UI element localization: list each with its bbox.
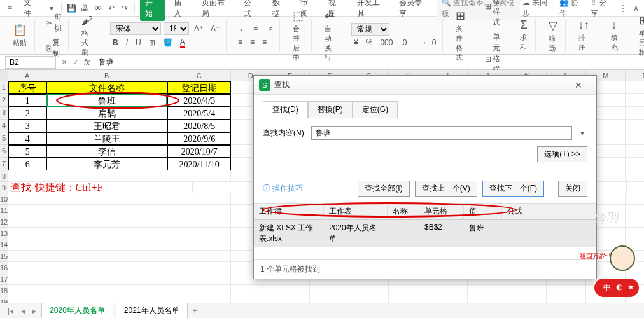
cell[interactable]: 李信 [46,145,167,158]
tab-insert[interactable]: 插入 [169,0,193,21]
tab-member[interactable]: 会员专享 [394,0,433,21]
cell[interactable]: 2020/10/7 [167,145,231,158]
print-icon[interactable]: 🖶 [80,3,90,13]
table-style-button[interactable]: ⊞ 表格样式 [482,0,503,29]
align-mid-icon[interactable]: ≡ [251,24,260,35]
cell[interactable] [46,285,167,296]
cell[interactable] [46,193,167,205]
cell[interactable] [626,94,644,107]
cell[interactable] [626,205,644,216]
cell[interactable] [626,216,644,228]
row-header[interactable]: 12 [0,216,8,228]
fill-button[interactable]: ↓填充 [607,17,622,53]
cell[interactable] [8,239,46,251]
underline-button[interactable]: U [133,37,144,48]
cell[interactable]: 鲁班 [46,94,167,107]
cell[interactable] [468,285,507,296]
dialog-tab-goto[interactable]: 定位(G) [353,101,398,118]
more-icon[interactable]: ⋮ [619,4,627,13]
cell[interactable]: 兰陵王 [46,132,167,145]
sheet-tab-1[interactable]: 2020年人员名单 [41,303,113,319]
find-all-button[interactable]: 查找全部(I) [358,181,409,197]
paste-button[interactable]: 📋粘贴 [9,22,31,49]
cell[interactable] [270,285,310,296]
cell[interactable] [167,205,231,216]
share-button[interactable]: ⇪ 分享 [591,0,613,19]
row-header[interactable]: 7 [0,158,8,170]
cell[interactable]: 2020/5/4 [167,107,231,120]
inc-font-icon[interactable]: A⁺ [192,23,206,34]
tab-layout[interactable]: 页面布局 [197,0,235,21]
cell[interactable] [8,273,46,285]
tab-data[interactable]: 数据 [267,0,291,21]
mascot[interactable]: 中◐★ [594,257,639,301]
close-icon[interactable]: ✕ [566,80,591,90]
column-header[interactable]: N [626,70,644,81]
cell[interactable] [389,285,428,296]
cell[interactable]: 2020/11/10 [167,158,231,170]
cell[interactable] [46,216,167,228]
cell[interactable]: 4 [8,132,46,145]
cell[interactable] [231,285,270,296]
row-header[interactable]: 14 [0,239,8,251]
wrap-button[interactable]: ↩自动换行 [321,8,338,64]
find-input[interactable] [311,126,572,140]
cell[interactable]: 2020/4/3 [167,94,231,107]
cell[interactable] [167,228,231,239]
cell[interactable] [626,158,644,170]
cell[interactable]: 5 [8,145,46,158]
options-button[interactable]: 选项(T) >> [537,146,587,162]
cut-button[interactable]: ✂ 剪切 [44,11,64,35]
cancel-icon[interactable]: ✕ [61,58,67,67]
cell[interactable]: 查找-快捷键：Ctrl+F [8,182,105,193]
cell[interactable] [626,81,644,94]
row-header[interactable]: 8 [0,170,8,182]
italic-button[interactable]: I [123,37,130,48]
cell[interactable]: 登记日期 [167,81,231,94]
row-header[interactable]: 4 [0,120,8,132]
dialog-tab-find[interactable]: 查找(D) [263,101,308,118]
cell[interactable] [626,145,644,158]
row-header[interactable]: 13 [0,228,8,239]
align-center-icon[interactable]: ≡ [248,36,257,48]
cell[interactable]: 李元芳 [46,158,167,170]
fill-color-button[interactable]: 🪣 [160,37,175,48]
find-dropdown-icon[interactable]: ▾ [577,128,587,137]
number-format-select[interactable]: 常规 [351,23,389,36]
row-header[interactable]: 1 [0,81,8,94]
dialog-titlebar[interactable]: S 查找 ✕ [254,76,596,95]
result-row[interactable]: 新建 XLSX 工作表.xlsx 2020年人员名单 $B$2 鲁班 [254,220,596,247]
cell[interactable] [626,132,644,145]
dialog-tab-replace[interactable]: 替换(P) [308,101,353,118]
tab-dev[interactable]: 开发工具 [352,0,391,21]
cell[interactable] [129,182,193,193]
row-header[interactable]: 2 [0,94,8,107]
sheet-tab-2[interactable]: 2021年人员名单 [116,303,188,318]
cell[interactable]: 2020/8/5 [167,120,231,132]
currency-icon[interactable]: ¥ [351,37,361,48]
menu-file[interactable]: 文件 [18,0,43,21]
cell[interactable] [46,228,167,239]
row-header[interactable]: 16 [0,262,8,273]
cell[interactable]: 2020/9/6 [167,132,231,145]
cell[interactable] [167,170,231,182]
fx-label[interactable]: fx [84,58,90,67]
percent-icon[interactable]: % [363,37,375,48]
merge-button[interactable]: ⬚合并居中 [289,8,307,64]
tab-formula[interactable]: 公式 [239,0,263,21]
confirm-icon[interactable]: ✓ [73,58,79,67]
cell[interactable] [626,228,644,239]
column-header[interactable]: C [167,70,231,81]
cell[interactable] [8,205,46,216]
cell[interactable] [626,120,644,132]
cell-reference-input[interactable] [5,56,56,69]
cell[interactable] [167,216,231,228]
row-header[interactable]: 9 [0,182,8,193]
sheet-nav-next-icon[interactable]: ▸ [30,307,39,315]
sheet-nav-first-icon[interactable]: |◂ [5,307,16,315]
column-header[interactable]: A [8,70,46,81]
row-header[interactable]: 11 [0,205,8,216]
add-sheet-icon[interactable]: + [190,307,200,315]
column-header[interactable]: B [46,70,167,81]
dec-inc-icon[interactable]: .0→ [398,37,417,48]
